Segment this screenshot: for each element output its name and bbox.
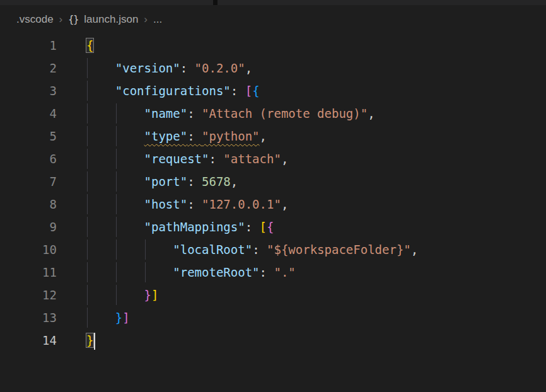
token: "Attach (remote debug)" [202,107,368,120]
line-number: 12 [0,284,57,306]
token: "port" [144,175,188,188]
token [86,311,115,325]
code-text: "version": "0.2.0", [86,57,252,79]
code-line[interactable]: 9 "pathMappings": [{ [0,216,546,238]
token: "localRoot" [173,243,252,257]
line-number: 7 [0,170,57,193]
token [86,107,144,120]
indent-guide [87,103,88,124]
token: 5678 [202,175,231,188]
code-text: "pathMappings": [{ [86,216,274,238]
code-text: "remoteRoot": "." [86,261,296,284]
indent-guide [145,239,146,260]
token: , [368,107,375,120]
token: "request" [144,152,209,166]
breadcrumb-more[interactable]: ... [153,13,162,26]
token: "0.2.0" [195,61,245,75]
line-number: 2 [0,57,57,79]
code-text: "type": "python", [86,125,267,147]
tab[interactable] [0,0,213,5]
token: ] [122,311,129,325]
line-number: 13 [0,306,57,329]
token: { [86,38,93,52]
token [86,152,144,166]
token: "python" [202,129,260,143]
indent-guide [145,262,146,282]
code-line[interactable]: 8 "host": "127.0.0.1", [0,193,546,216]
indent-guide [116,103,117,124]
token [86,197,144,211]
token: "type" [144,129,188,143]
breadcrumb-folder[interactable]: .vscode [16,13,54,26]
code-line[interactable]: 10 "localRoot": "${workspaceFolder}", [0,238,546,261]
token: : [187,107,202,120]
token: , [281,152,288,166]
token: "version" [115,61,180,75]
code-editor[interactable]: 1{2 "version": "0.2.0",3 "configurations… [0,34,546,352]
indent-guide [87,285,88,305]
token: : [187,197,202,211]
indent-guide [116,262,117,282]
line-number: 6 [0,147,57,170]
line-number: 1 [0,34,57,57]
text-cursor [94,333,95,350]
token: { [252,84,259,98]
token: "pathMappings" [144,220,245,234]
token [86,265,173,279]
editor-tab-bar [0,0,546,5]
indent-guide [87,171,88,192]
line-number: 9 [0,216,57,238]
code-line[interactable]: 5 "type": "python", [0,125,546,147]
token: , [411,243,418,257]
indent-guide [87,126,88,146]
token: , [281,197,288,211]
code-text: "port": 5678, [86,170,238,193]
code-line[interactable]: 12 }] [0,284,546,306]
token [86,61,115,75]
code-line[interactable]: 13 }] [0,306,546,329]
indent-guide [116,239,117,260]
token: : [209,152,223,166]
line-number: 10 [0,238,57,261]
indent-guide [87,194,88,214]
token: , [260,129,267,143]
token: : [260,265,274,279]
code-line[interactable]: 1{ [0,34,546,57]
token: "${workspaceFolder}" [267,243,411,257]
code-text: { [86,34,93,57]
token: : [187,129,202,143]
token [86,84,115,98]
token: [ [260,220,267,234]
code-line[interactable]: 14} [0,329,546,352]
token [86,175,144,188]
code-line[interactable]: 7 "port": 5678, [0,170,546,193]
token [86,129,144,143]
token: : [231,84,245,98]
code-line[interactable]: 3 "configurations": [{ [0,79,546,102]
code-line[interactable]: 4 "name": "Attach (remote debug)", [0,102,546,125]
token: } [144,288,151,302]
token: : [245,220,260,234]
token: : [180,61,195,75]
chevron-right-icon: › [59,13,63,26]
code-line[interactable]: 2 "version": "0.2.0", [0,57,546,79]
indent-guide [116,171,117,192]
token: "attach" [223,152,281,166]
code-text: "name": "Attach (remote debug)", [86,102,375,125]
indent-guide [87,262,88,282]
indent-guide [116,194,117,214]
token: "name" [144,107,188,120]
code-text: "configurations": [{ [86,79,260,102]
chevron-right-icon: › [144,13,148,26]
token: "configurations" [115,84,231,98]
token: } [115,311,122,325]
code-text: } [86,329,95,352]
indent-guide [116,285,117,305]
code-line[interactable]: 11 "remoteRoot": "." [0,261,546,284]
indent-guide [87,308,88,328]
token: : [252,243,267,257]
tab[interactable] [218,0,546,5]
code-line[interactable]: 6 "request": "attach", [0,147,546,170]
breadcrumb-file[interactable]: launch.json [84,13,138,26]
indent-guide [116,149,117,169]
